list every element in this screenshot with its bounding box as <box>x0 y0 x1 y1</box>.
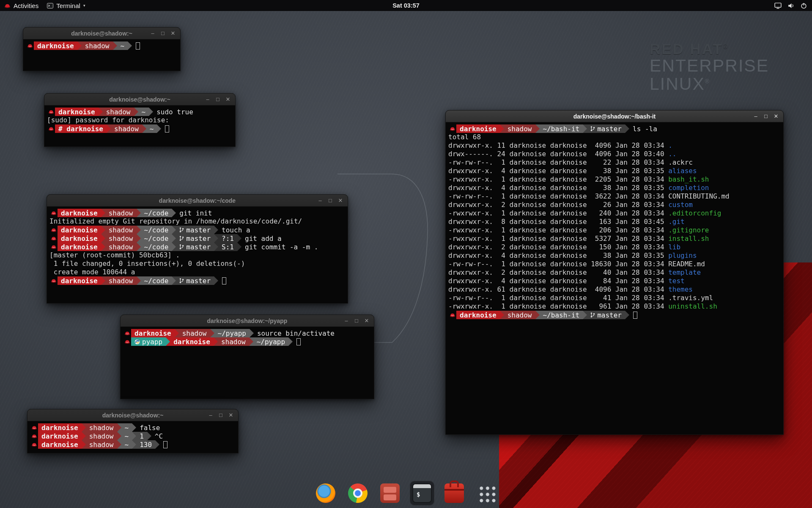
segment-separator-icon <box>583 311 587 319</box>
terminal-output-line: -rw-rw-r--. 1 darknoise darknoise 22 Jan… <box>448 158 781 167</box>
terminal-window[interactable]: darknoise@shadow:~/pyapp–□✕darknoiseshad… <box>120 315 374 399</box>
directory-segment: ~/bash-it <box>540 124 583 133</box>
terminal-content[interactable]: darknoiseshadow~sudo true[sudo] password… <box>44 106 235 146</box>
dock-files[interactable] <box>378 481 402 505</box>
window-maximize-button[interactable]: □ <box>214 94 222 105</box>
segment-separator-icon <box>82 432 86 440</box>
window-minimize-button[interactable]: – <box>149 28 156 39</box>
window-close-button[interactable]: ✕ <box>224 94 232 105</box>
gnome-top-bar: Activities Terminal ▾ Sat 03:57 <box>0 0 812 11</box>
terminal-cursor <box>222 277 226 284</box>
activities-button[interactable]: Activities <box>0 0 43 11</box>
terminal-output-line: [master (root-commit) 50bcb63] . <box>49 251 345 260</box>
redhat-icon <box>49 210 58 216</box>
terminal-output-line: 1 file changed, 0 insertions(+), 0 delet… <box>49 260 345 268</box>
host-segment: shadow <box>105 243 137 251</box>
segment-separator-icon <box>101 226 105 234</box>
terminal-window[interactable]: darknoise@shadow:~–□✕darknoiseshadow~ <box>23 27 181 71</box>
app-menu-terminal[interactable]: Terminal ▾ <box>43 0 89 11</box>
directory-segment: ~ <box>121 432 132 440</box>
segment-separator-icon <box>101 276 105 285</box>
window-titlebar[interactable]: darknoise@shadow:~–□✕ <box>27 409 238 421</box>
file-name: test <box>668 277 685 285</box>
host-segment: shadow <box>86 423 117 432</box>
terminal-output-line: -rwxrwxr-x. 1 darknoise darknoise 206 Ja… <box>448 226 781 235</box>
file-name: . <box>668 141 672 149</box>
terminal-window[interactable]: darknoise@shadow:~/code–□✕darknoiseshado… <box>47 194 348 304</box>
terminal-prompt-line: darknoiseshadow~/codegit init <box>49 209 345 217</box>
segment-separator-icon <box>82 423 86 432</box>
host-segment: shadow <box>105 226 137 234</box>
host-segment: shadow <box>82 41 113 50</box>
terminal-window[interactable]: darknoise@shadow:~–□✕darknoiseshadow~fal… <box>27 409 239 453</box>
dock-appgrid[interactable] <box>474 481 499 505</box>
user-segment: darknoise <box>58 226 101 234</box>
window-maximize-button[interactable]: □ <box>326 195 334 206</box>
command-text: ls -la <box>633 125 657 133</box>
registered-mark: ® <box>705 78 710 85</box>
output-text: total 68 <box>448 133 481 141</box>
file-name: plugins <box>668 251 697 260</box>
window-titlebar[interactable]: darknoise@shadow:~/pyapp–□✕ <box>121 315 374 327</box>
segment-separator-icon <box>214 226 218 234</box>
window-close-button[interactable]: ✕ <box>169 28 177 39</box>
window-titlebar[interactable]: darknoise@shadow:~/bash-it–□✕ <box>446 110 783 122</box>
window-titlebar[interactable]: darknoise@shadow:~–□✕ <box>44 94 235 105</box>
segment-separator-icon <box>128 41 132 50</box>
terminal-output-line: drwxrwxr-x. 8 darknoise darknoise 163 Ja… <box>448 218 781 226</box>
host-segment: shadow <box>218 337 249 346</box>
window-titlebar[interactable]: darknoise@shadow:~–□✕ <box>23 28 180 39</box>
segment-separator-icon <box>535 311 540 319</box>
window-minimize-button[interactable]: – <box>204 94 211 105</box>
terminal-content[interactable]: darknoiseshadow~ <box>23 40 180 71</box>
dock-chrome[interactable] <box>346 481 370 505</box>
user-segment: darknoise <box>170 337 214 346</box>
window-close-button[interactable]: ✕ <box>227 410 235 421</box>
segment-separator-icon <box>132 432 136 440</box>
command-text: touch a <box>222 226 250 234</box>
window-minimize-button[interactable]: – <box>316 195 324 206</box>
clock[interactable]: Sat 03:57 <box>392 2 420 9</box>
command-text: git init <box>179 209 212 217</box>
terminal-content[interactable]: darknoiseshadow~/bash-itmasterls -latota… <box>446 123 783 434</box>
system-status-area[interactable] <box>774 0 812 11</box>
terminal-prompt-line: pyappdarknoiseshadow~/pyapp <box>123 337 371 346</box>
volume-icon <box>787 3 795 9</box>
window-close-button[interactable]: ✕ <box>363 315 370 326</box>
terminal-content[interactable]: darknoiseshadow~falsedarknoiseshadow~1^C… <box>27 422 238 453</box>
output-text: -rwxrwxr-x. 1 darknoise darknoise 2205 J… <box>448 175 668 183</box>
terminal-output-line: -rwxrwxr-x. 1 darknoise darknoise 2205 J… <box>448 175 781 184</box>
window-close-button[interactable]: ✕ <box>772 111 780 122</box>
window-titlebar[interactable]: darknoise@shadow:~/code–□✕ <box>47 195 348 207</box>
appgrid-icon <box>477 484 496 502</box>
command-text: false <box>140 424 160 432</box>
window-maximize-button[interactable]: □ <box>353 315 360 326</box>
registered-mark: ® <box>723 43 729 50</box>
window-buttons: –□✕ <box>149 28 180 39</box>
window-minimize-button[interactable]: – <box>207 410 214 421</box>
output-text: [master (root-commit) 50bcb63] . <box>49 251 180 259</box>
file-name: aliases <box>668 167 697 175</box>
segment-separator-icon <box>210 329 214 337</box>
terminal-content[interactable]: darknoiseshadow~/pyappsource bin/activat… <box>121 327 374 399</box>
terminal-content[interactable]: darknoiseshadow~/codegit initInitialized… <box>47 207 348 303</box>
user-segment: # darknoise <box>55 124 107 133</box>
terminal-window[interactable]: darknoise@shadow:~/bash-it–□✕darknoisesh… <box>445 110 784 435</box>
redhat-icon <box>123 339 131 345</box>
terminal-window[interactable]: darknoise@shadow:~–□✕darknoiseshadow~sud… <box>44 93 236 147</box>
window-maximize-button[interactable]: □ <box>159 28 167 39</box>
git-branch-segment: master <box>587 124 625 133</box>
directory-segment: ~ <box>138 108 149 116</box>
dock-firefox[interactable] <box>313 481 338 505</box>
segment-separator-icon <box>101 234 105 243</box>
window-maximize-button[interactable]: □ <box>762 111 770 122</box>
window-maximize-button[interactable]: □ <box>217 410 225 421</box>
directory-segment: ~/code <box>141 226 172 234</box>
terminal-prompt-line: darknoiseshadow~sudo true <box>47 108 233 116</box>
dock-terminal[interactable] <box>410 481 434 505</box>
dock-software[interactable] <box>442 481 466 505</box>
window-minimize-button[interactable]: – <box>752 111 760 122</box>
directory-segment: ~/code <box>141 234 172 243</box>
window-close-button[interactable]: ✕ <box>337 195 344 206</box>
window-minimize-button[interactable]: – <box>343 315 350 326</box>
